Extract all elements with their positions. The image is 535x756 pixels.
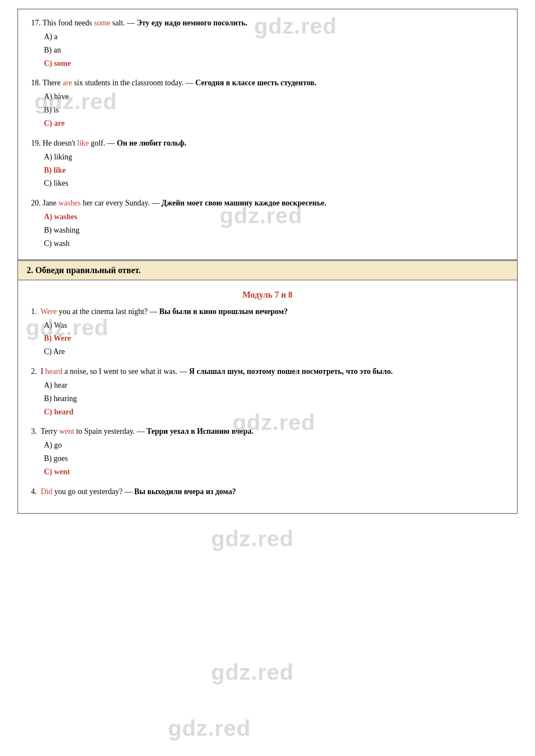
s2-q1-option-b: B) Were xyxy=(44,332,504,345)
question-18-text: 18. There are six students in the classr… xyxy=(31,77,504,89)
s2-q1-mid: you at the cinema last night? — xyxy=(57,307,159,316)
s2-q2-text: 2. I heard a noise, so I went to see wha… xyxy=(31,366,504,377)
s2-q2-option-c: C) heard xyxy=(44,406,504,418)
s2-q2-pre: I xyxy=(41,367,46,376)
module-label: Модуль 7 и 8 xyxy=(31,290,504,300)
watermark-8: gdz.red xyxy=(168,715,251,741)
section2-question-3: 3. Terry went to Spain yesterday. — Терр… xyxy=(31,426,504,478)
s2-q1-text: 1. Were you at the cinema last night? — … xyxy=(31,306,504,317)
s2-q4-prefix: 4. xyxy=(31,487,41,496)
s2-q3-text: 3. Terry went to Spain yesterday. — Терр… xyxy=(31,426,504,437)
question-19: 19. He doesn't like golf. — Он не любит … xyxy=(31,137,504,190)
q17-option-c: C) some xyxy=(44,57,504,70)
section2-question-2: 2. I heard a noise, so I went to see wha… xyxy=(31,366,504,418)
s2-q1-prefix: 1. xyxy=(31,307,40,316)
q17-keyword: some xyxy=(94,19,110,27)
q19-mid: golf. — xyxy=(89,139,117,147)
question-17: 17. This food needs some salt. — Эту еду… xyxy=(31,17,504,69)
section2-body: Модуль 7 и 8 1. Were you at the cinema l… xyxy=(17,280,518,514)
s2-q3-translation: Терри уехал в Испанию вчера. xyxy=(146,427,253,436)
q17-translation: Эту еду надо немного посолить. xyxy=(137,19,247,27)
s2-q2-keyword: heard xyxy=(45,367,62,376)
q18-option-a: A) have xyxy=(44,90,504,103)
s2-q3-pre: Terry xyxy=(40,427,59,436)
q20-keyword: washes xyxy=(58,199,81,207)
s2-q1-keyword: Were xyxy=(40,307,57,316)
question-20-text: 20. Jane washes her car every Sunday. — … xyxy=(31,197,504,209)
question-19-text: 19. He doesn't like golf. — Он не любит … xyxy=(31,137,504,149)
s2-q3-option-a: A) go xyxy=(44,439,504,451)
section2-question-1: 1. Were you at the cinema last night? — … xyxy=(31,306,504,358)
s2-q2-prefix: 2. xyxy=(31,367,41,376)
q17-pre: This food needs xyxy=(43,19,94,27)
q17-option-a: A) a xyxy=(44,31,504,43)
s2-q4-text: 4. Did you go out yesterday? — Вы выходи… xyxy=(31,486,504,498)
q18-keyword: are xyxy=(62,78,72,87)
s2-q1-translation: Вы были в кино прошлым вечером? xyxy=(159,307,288,316)
section1-body: 17. This food needs some salt. — Эту еду… xyxy=(17,9,518,260)
watermark-6: gdz.red xyxy=(211,526,294,551)
q20-pre: Jane xyxy=(43,199,58,207)
q18-prefix: 18. xyxy=(31,78,43,87)
q17-option-b: B) an xyxy=(44,44,504,56)
section2-header-label: 2. Обведи правильный ответ. xyxy=(27,265,141,275)
q18-option-c: C) are xyxy=(44,117,504,130)
s2-q4-keyword: Did xyxy=(41,487,53,496)
section2-question-4: 4. Did you go out yesterday? — Вы выходи… xyxy=(31,486,504,498)
s2-q3-keyword: went xyxy=(59,427,74,436)
q20-mid: her car every Sunday. — xyxy=(81,199,161,207)
q19-option-b: B) like xyxy=(44,164,504,177)
q19-option-c: C) likes xyxy=(44,177,504,190)
question-20: 20. Jane washes her car every Sunday. — … xyxy=(31,197,504,249)
s2-q2-option-b: B) hearing xyxy=(44,392,504,405)
s2-q3-option-c: C) went xyxy=(44,466,504,478)
section2-header: 2. Обведи правильный ответ. xyxy=(17,260,518,280)
q20-prefix: 20. xyxy=(31,199,43,207)
q18-translation: Сегодня в классе шесть студентов. xyxy=(195,78,316,87)
s2-q2-translation: Я слышал шум, поэтому пошел посмотреть, … xyxy=(189,367,393,376)
s2-q2-option-a: A) hear xyxy=(44,379,504,392)
q20-option-a: A) washes xyxy=(44,211,504,223)
s2-q3-option-b: B) goes xyxy=(44,452,504,465)
s2-q2-mid: a noise, so I went to see what it was. — xyxy=(62,367,189,376)
q19-keyword: like xyxy=(77,139,89,147)
q20-option-b: B) washing xyxy=(44,224,504,236)
q19-pre: He doesn't xyxy=(43,139,77,147)
q18-pre: There xyxy=(43,78,62,87)
s2-q4-mid: you go out yesterday? — xyxy=(53,487,134,496)
q18-option-b: B) is xyxy=(44,104,504,116)
q19-option-a: A) liking xyxy=(44,151,504,163)
q19-translation: Он не любит гольф. xyxy=(117,139,186,147)
s2-q3-mid: to Spain yesterday. — xyxy=(74,427,146,436)
q20-option-c: C) wash xyxy=(44,237,504,250)
s2-q4-translation: Вы выходили вчера из дома? xyxy=(134,487,236,496)
q19-prefix: 19. xyxy=(31,139,43,147)
question-17-text: 17. This food needs some salt. — Эту еду… xyxy=(31,17,504,29)
question-18: 18. There are six students in the classr… xyxy=(31,77,504,129)
s2-q1-option-c: C) Are xyxy=(44,345,504,358)
q18-mid: six students in the classroom today. — xyxy=(72,78,195,87)
s2-q3-prefix: 3. xyxy=(31,427,40,436)
s2-q1-option-a: A) Was xyxy=(44,319,504,332)
watermark-7: gdz.red xyxy=(211,659,294,685)
q17-mid: salt. — xyxy=(110,19,137,27)
q20-translation: Джейн моет свою машину каждое воскресень… xyxy=(162,199,327,207)
q17-prefix: 17. xyxy=(31,19,43,27)
